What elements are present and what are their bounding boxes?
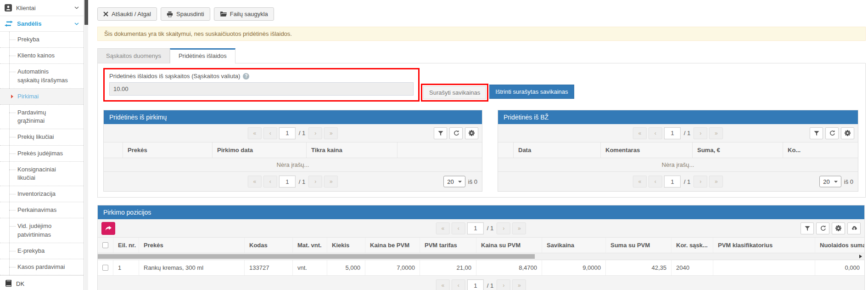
current-page-input[interactable]	[664, 176, 681, 188]
scrollbar-thumb[interactable]	[84, 0, 88, 25]
first-page-button[interactable]: «	[436, 279, 450, 290]
refresh-button[interactable]	[825, 127, 839, 139]
sidebar-item-pirkimai[interactable]: Pirkimai	[0, 89, 84, 105]
column-header[interactable]: Kaina su PVM	[476, 238, 542, 253]
next-page-button[interactable]: ›	[497, 222, 510, 234]
prev-page-button[interactable]: ‹	[263, 127, 277, 139]
expense-amount-input[interactable]	[109, 82, 414, 96]
table-row[interactable]: 1 Rankų kremas, 300 ml 133727 vnt. 5,000…	[98, 260, 864, 276]
print-button[interactable]: Spausdinti	[161, 7, 210, 21]
sidebar-item-kliento-kainos[interactable]: Kliento kainos	[0, 48, 84, 64]
next-page-button[interactable]: ›	[694, 127, 707, 139]
last-page-button[interactable]: »	[709, 127, 723, 139]
scrollbar-thumb[interactable]	[98, 254, 535, 259]
sidebar-item-dk[interactable]: DK	[0, 275, 84, 290]
first-page-button[interactable]: «	[248, 176, 262, 188]
next-page-button[interactable]: ›	[308, 127, 322, 139]
funnel-icon	[438, 131, 443, 136]
help-icon[interactable]	[243, 73, 249, 80]
record-count-label: iš 0	[468, 178, 477, 185]
sidebar-item-sandelis[interactable]: Sandėlis	[0, 16, 84, 32]
column-header[interactable]: Eil. nr.	[113, 238, 139, 253]
column-header[interactable]: Kodas	[245, 238, 293, 253]
settings-button[interactable]	[832, 222, 845, 234]
column-header[interactable]: Pirkimo data	[213, 142, 307, 158]
page-size-select[interactable]: 20	[819, 176, 841, 188]
sidebar-item-automatinis-saskaitu-israsymas[interactable]: Automatinis sąskaitų išrašymas	[0, 64, 84, 88]
column-header[interactable]: PVM tarifas	[420, 238, 476, 253]
next-page-button[interactable]: ›	[308, 176, 322, 188]
prev-page-button[interactable]: ‹	[263, 176, 277, 188]
next-page-button[interactable]: ›	[694, 176, 707, 188]
last-page-button[interactable]: »	[324, 127, 338, 139]
first-page-button[interactable]: «	[633, 176, 647, 188]
sidebar-item-klientai[interactable]: Klientai	[0, 0, 84, 16]
column-header[interactable]: Kiekis	[327, 238, 365, 253]
write-costs-button[interactable]: Surašyti savikainas	[423, 86, 486, 99]
column-header[interactable]: Data	[514, 142, 601, 158]
column-header[interactable]: Kaina be PVM	[365, 238, 420, 253]
sidebar-item-prekes-judejimas[interactable]: Prekės judėjimas	[0, 146, 84, 162]
purchases-footer-pager: « ‹ / 1 › »	[248, 176, 338, 188]
last-page-button[interactable]: »	[324, 176, 338, 188]
current-page-input[interactable]	[279, 127, 296, 139]
current-page-input[interactable]	[467, 279, 484, 290]
prev-page-button[interactable]: ‹	[452, 222, 465, 234]
first-page-button[interactable]: «	[248, 127, 262, 139]
horizontal-scrollbar[interactable]	[98, 253, 864, 260]
prev-page-button[interactable]: ‹	[452, 279, 465, 290]
column-header[interactable]: Prekės	[123, 142, 213, 158]
sidebar-item-e-prekyba[interactable]: E-prekyba	[0, 243, 84, 259]
export-positions-button[interactable]	[101, 222, 115, 235]
first-page-button[interactable]: «	[633, 127, 647, 139]
sidebar-item-pardavimu-grazinimai[interactable]: Pardavimų grąžinimai	[0, 105, 84, 129]
column-header[interactable]: PVM klasifikatorius	[713, 238, 815, 253]
current-page-input[interactable]	[467, 222, 484, 234]
column-header[interactable]: Komentaras	[601, 142, 693, 158]
filter-button[interactable]	[810, 127, 823, 139]
sidebar-item-perkainavimas[interactable]: Perkainavimas	[0, 202, 84, 218]
row-checkbox[interactable]	[102, 265, 108, 271]
last-page-button[interactable]: »	[512, 222, 526, 234]
last-page-button[interactable]: »	[709, 176, 723, 188]
first-page-button[interactable]: «	[436, 222, 450, 234]
filter-button[interactable]	[434, 127, 447, 139]
sidebar-item-konsignaciniai-likuciai[interactable]: Konsignaciniai likučiai	[0, 162, 84, 186]
sidebar-item-prekiu-likuciai[interactable]: Prekių likučiai	[0, 129, 84, 145]
current-page-input[interactable]	[279, 176, 296, 188]
sidebar-item-prekyba[interactable]: Prekyba	[0, 32, 84, 48]
sidebar-item-vid-judejimo-patvirtinimas[interactable]: Vid. judėjimo patvirtinimas	[0, 218, 84, 243]
next-page-button[interactable]: ›	[497, 279, 510, 290]
refresh-button[interactable]	[449, 127, 463, 139]
sidebar-item-inventorizacija[interactable]: Inventorizacija	[0, 186, 84, 202]
cancel-back-button[interactable]: Atšaukti / Atgal	[97, 7, 157, 21]
last-page-button[interactable]: »	[512, 279, 526, 290]
file-storage-button[interactable]: Failų saugykla	[214, 7, 274, 21]
page-size-select[interactable]: 20	[443, 176, 465, 188]
settings-button[interactable]	[841, 127, 854, 139]
delete-written-costs-button[interactable]: Ištrinti surašytas savikainas	[489, 85, 574, 99]
prev-page-button[interactable]: ‹	[649, 127, 662, 139]
column-header[interactable]: Savikaina	[542, 238, 606, 253]
top-toolbar: Atšaukti / Atgal Spausdinti Failų saugyk…	[97, 7, 866, 21]
sidebar-item-kasos-pardavimai[interactable]: Kasos pardavimai	[0, 259, 84, 275]
refresh-button[interactable]	[816, 222, 829, 234]
current-page-input[interactable]	[664, 127, 681, 139]
column-header[interactable]: Nuolaidos suma	[815, 238, 864, 253]
column-header[interactable]: Suma su PVM	[606, 238, 672, 253]
column-header[interactable]: Tikra kaina	[307, 142, 398, 158]
download-button[interactable]	[847, 222, 861, 234]
column-header[interactable]: Suma, €	[693, 142, 783, 158]
scroll-right-arrow-icon[interactable]	[859, 255, 862, 258]
tab-saskaitos-duomenys[interactable]: Sąskaitos duomenys	[97, 48, 170, 63]
column-header[interactable]: Ko...	[783, 142, 858, 158]
column-header[interactable]: Prekės	[139, 238, 245, 253]
column-header[interactable]: Kor. sąsk...	[672, 238, 713, 253]
settings-button[interactable]	[465, 127, 478, 139]
column-header[interactable]: Mat. vnt.	[293, 238, 327, 253]
sidebar-scrollbar[interactable]	[84, 0, 88, 290]
prev-page-button[interactable]: ‹	[649, 176, 662, 188]
tab-pridetines-islaidos[interactable]: Pridėtinės išlaidos	[170, 48, 235, 63]
filter-button[interactable]	[801, 222, 814, 234]
select-all-checkbox[interactable]	[102, 242, 108, 248]
